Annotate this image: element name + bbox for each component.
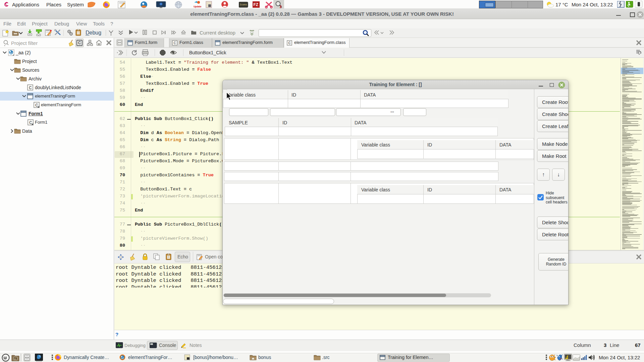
svg-text:Icons: Icons bbox=[240, 3, 247, 6]
svg-text:C: C bbox=[29, 85, 32, 90]
svg-text:C: C bbox=[29, 120, 32, 125]
svg-text:FZ: FZ bbox=[254, 2, 259, 7]
svg-text:Update: Update bbox=[194, 5, 202, 8]
svg-text:C: C bbox=[288, 41, 291, 45]
svg-text:2: 2 bbox=[280, 5, 282, 8]
svg-text:C: C bbox=[174, 41, 176, 45]
svg-text:o: o bbox=[14, 358, 16, 360]
svg-text:C: C bbox=[35, 103, 38, 108]
